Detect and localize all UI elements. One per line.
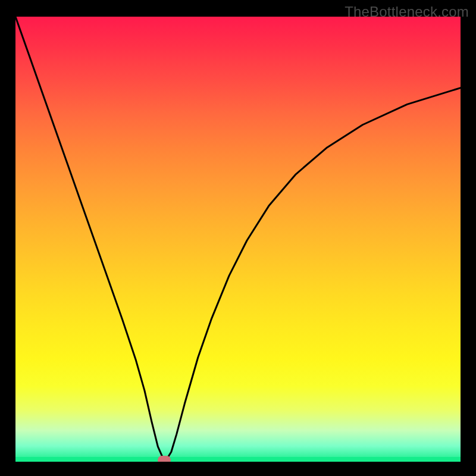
plot-area xyxy=(15,17,461,462)
chart-frame: TheBottleneck.com xyxy=(0,0,476,476)
optimal-point-marker xyxy=(158,456,171,462)
bottleneck-curve xyxy=(15,17,461,462)
watermark-text: TheBottleneck.com xyxy=(345,4,469,20)
